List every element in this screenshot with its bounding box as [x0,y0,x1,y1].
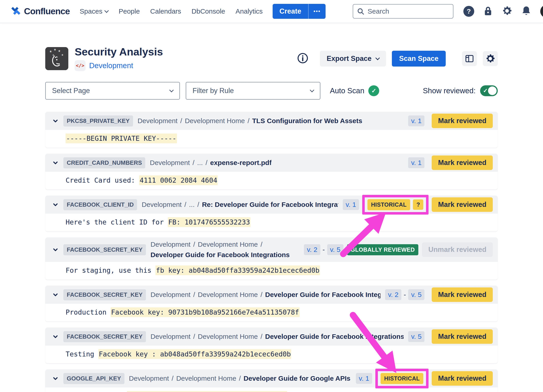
gear-icon[interactable] [502,6,512,17]
review-button[interactable]: Mark reviewed [432,155,493,170]
select-page-label: Select Page [52,87,90,95]
collapse-chevron-icon[interactable] [52,333,59,340]
finding-card: FACEBOOK_SECRET_KEY Development/Developm… [45,328,498,364]
breadcrumb-item[interactable]: Development [150,333,191,340]
review-button[interactable]: Mark reviewed [432,329,493,344]
collapse-chevron-icon[interactable] [52,159,59,166]
snippet-segment: For staging, use this [66,266,155,274]
breadcrumb-separator: / [180,117,182,125]
panel-layout-button[interactable] [462,51,477,66]
review-button[interactable]: Unmark reviewed [422,242,493,257]
finding-snippet: -----BEGIN PRIVATE KEY----- [66,134,177,143]
version-badge[interactable]: v. 5 [327,244,344,255]
breadcrumb-page-title[interactable]: Re: Developer Guide for Facebook Integra… [202,201,338,208]
finding-snippet: Credit Card used: 4111 0062 2084 4604 [66,175,218,185]
search-input[interactable] [353,4,453,19]
create-more-button[interactable]: ••• [308,4,326,19]
breadcrumb-separator: / [193,291,195,298]
page-header: ** ** * Security Analysis </> Developmen… [45,46,498,71]
version-badge[interactable]: v. 2 [304,244,320,255]
collapse-chevron-icon[interactable] [52,291,59,298]
chevron-down-icon [375,56,380,60]
breadcrumb-page-title[interactable]: Developer Guide for Google APIs [243,375,350,382]
titles: Security Analysis </> Development [75,46,163,71]
review-button[interactable]: Mark reviewed [432,371,493,386]
breadcrumb-page-title[interactable]: Developer Guide for Facebook Integration… [150,250,290,260]
info-icon[interactable] [297,52,309,65]
breadcrumb-item[interactable]: Development [142,201,182,208]
bell-icon[interactable] [521,6,531,17]
collapse-chevron-icon[interactable] [52,246,59,253]
snippet-segment: Testing [66,350,98,358]
breadcrumb-item[interactable]: ... [189,201,195,208]
finding-content: Credit Card used: 4111 0062 2084 4604 [45,172,498,190]
show-reviewed-control: Show reviewed: ✓ [423,85,498,96]
chevron-down-icon [105,8,109,13]
review-button[interactable]: Mark reviewed [432,287,493,302]
version-badge[interactable]: v. 1 [343,199,359,210]
historical-help-badge[interactable]: ? [413,199,423,210]
collapse-chevron-icon[interactable] [52,118,59,124]
collapse-chevron-icon[interactable] [52,375,59,382]
version-range-dash: - [404,291,406,299]
nav-item-label: DbConsole [192,7,225,15]
create-button-group: Create ••• [273,4,326,19]
breadcrumb-item[interactable]: Development Home [198,333,258,340]
finding-actions: v. 2-v. 5 GLOBALLY REVIEWED Unmark revie… [304,242,493,257]
breadcrumb-item[interactable]: Development Home [198,241,258,248]
breadcrumb-item[interactable]: Development [150,159,190,166]
version-badge[interactable]: v. 1 [408,115,424,126]
nav-item-spaces[interactable]: Spaces [80,7,108,15]
space-link[interactable]: Development [89,61,133,70]
lock-icon[interactable] [483,6,493,17]
breadcrumb-page-title[interactable]: expense-report.pdf [210,159,272,166]
version-badges: v. 2-v. 5 [385,289,424,300]
version-badge[interactable]: v. 5 [408,289,424,300]
version-badge[interactable]: v. 1 [356,373,372,384]
scan-space-button[interactable]: Scan Space [392,51,446,67]
breadcrumb-item[interactable]: Development Home [198,291,258,298]
snippet-segment: Production [66,308,111,316]
breadcrumb-item[interactable]: Development [138,117,178,125]
breadcrumb-item[interactable]: Development Home [176,375,236,382]
confluence-brand[interactable]: Confluence [11,6,70,17]
export-space-button[interactable]: Export Space [320,51,386,67]
filter-by-rule-dropdown[interactable]: Filter by Rule [186,82,320,100]
breadcrumb-item[interactable]: ... [197,159,203,166]
finding-snippet: For staging, use this fb key: ab048ad50f… [66,266,320,275]
finding-header: CREDIT_CARD_NUMBERS Development/.../expe… [45,154,498,172]
nav-item-label: Analytics [236,7,263,15]
breadcrumb-page-title[interactable]: TLS Configuration for Web Assets [252,117,362,125]
show-reviewed-label: Show reviewed: [423,86,475,95]
help-icon[interactable]: ? [463,6,474,17]
version-badge[interactable]: v. 1 [408,157,424,168]
show-reviewed-toggle[interactable]: ✓ [480,85,498,96]
nav-item-dbconsole[interactable]: DbConsole [192,7,225,15]
nav-item-calendars[interactable]: Calendars [150,7,181,15]
nav-item-people[interactable]: People [119,7,140,15]
review-button[interactable]: Mark reviewed [432,197,493,212]
chevron-down-icon [169,88,174,92]
svg-text:*: * [58,49,60,55]
user-avatar[interactable]: ** ** [540,5,543,18]
select-page-dropdown[interactable]: Select Page [45,82,180,100]
nav-item-analytics[interactable]: Analytics [236,7,263,15]
breadcrumb-page-title[interactable]: Developer Guide for Facebook Integration… [265,291,380,298]
version-badge[interactable]: v. 2 [385,289,401,300]
breadcrumb-item[interactable]: Development Home [185,117,245,125]
breadcrumb-page-title[interactable]: Developer Guide for Facebook Integration… [265,333,404,340]
breadcrumb-item[interactable]: Development [129,375,169,382]
breadcrumb-item[interactable]: Development [150,241,191,248]
breadcrumb-separator: / [197,201,199,208]
settings-gear-button[interactable] [483,51,498,66]
version-badge[interactable]: v. 5 [408,331,424,342]
create-button[interactable]: Create [273,4,308,19]
breadcrumb-separator: / [260,333,262,340]
review-button[interactable]: Mark reviewed [432,114,493,128]
finding-card: FACEBOOK_CLIENT_ID Development/.../Re: D… [45,196,498,232]
version-badges: v. 1 [408,157,424,168]
finding-snippet: Here's the client ID for FB: 10174765555… [66,217,250,227]
breadcrumb-item[interactable]: Development [150,291,191,298]
collapse-chevron-icon[interactable] [52,201,59,208]
svg-text:*: * [62,53,63,58]
